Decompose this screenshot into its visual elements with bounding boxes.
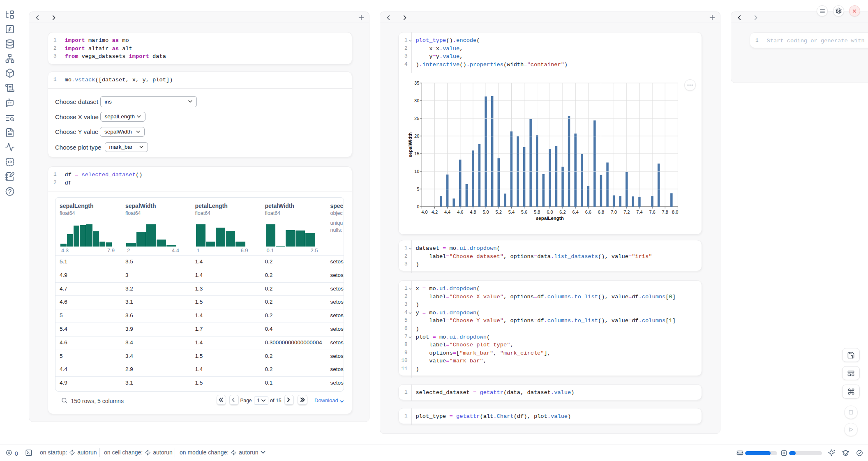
svg-text:35: 35 (414, 81, 419, 85)
svg-text:4.8: 4.8 (470, 210, 476, 214)
svg-text:sepalWidth: sepalWidth (408, 132, 413, 157)
svg-text:7.6: 7.6 (649, 210, 655, 214)
svg-text:7.0: 7.0 (611, 210, 617, 214)
svg-text:15: 15 (414, 151, 419, 156)
svg-text:20: 20 (414, 134, 419, 138)
svg-text:7.2: 7.2 (623, 210, 630, 214)
svg-text:5.2: 5.2 (496, 210, 502, 214)
svg-text:6.2: 6.2 (559, 210, 566, 214)
svg-text:25: 25 (414, 116, 419, 121)
svg-text:6.8: 6.8 (598, 210, 604, 214)
svg-text:5.6: 5.6 (521, 210, 527, 214)
svg-text:0: 0 (417, 204, 419, 209)
svg-text:5: 5 (417, 187, 419, 191)
svg-text:5.4: 5.4 (508, 210, 515, 214)
svg-text:7.8: 7.8 (662, 210, 668, 214)
svg-text:4.2: 4.2 (432, 210, 438, 214)
svg-text:4.4: 4.4 (444, 210, 450, 214)
svg-text:6.0: 6.0 (547, 210, 553, 214)
svg-text:10: 10 (414, 169, 419, 174)
svg-text:sepalLength: sepalLength (536, 216, 564, 221)
svg-text:4.6: 4.6 (457, 210, 463, 214)
svg-text:6.4: 6.4 (573, 210, 579, 214)
svg-text:7.4: 7.4 (636, 210, 642, 214)
svg-text:5.8: 5.8 (534, 210, 540, 214)
svg-text:8.0: 8.0 (672, 210, 678, 214)
svg-text:4.0: 4.0 (421, 210, 427, 214)
svg-text:6.6: 6.6 (585, 210, 591, 214)
svg-text:5.0: 5.0 (482, 210, 489, 214)
svg-text:30: 30 (414, 98, 419, 103)
